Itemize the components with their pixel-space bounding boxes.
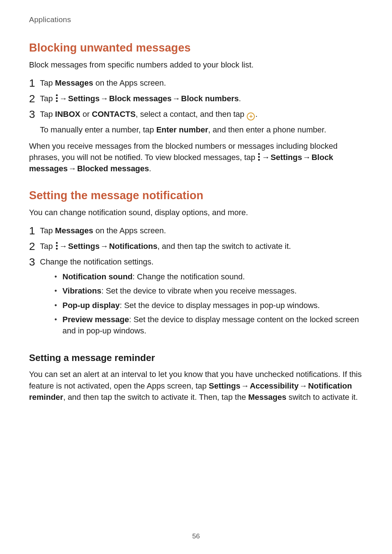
step-bold: Block messages: [109, 94, 171, 103]
bullet-label: Preview message: [62, 315, 129, 324]
arrow: →: [299, 380, 308, 391]
arrow: →: [99, 93, 109, 104]
section3-para: You can set an alert at an interval to l…: [29, 369, 363, 403]
para-bold: Accessibility: [250, 381, 299, 390]
section1-step1: 1 Tap Messages on the Apps screen.: [29, 77, 363, 89]
bullet-label: Vibrations: [62, 286, 101, 295]
arrow: →: [172, 93, 181, 104]
bullet-label: Notification sound: [62, 272, 132, 281]
step-bold: CONTACTS: [92, 110, 136, 119]
bullet-text: : Change the notification sound.: [132, 272, 245, 281]
list-item: Notification sound: Change the notificat…: [54, 271, 363, 282]
section1-followup: When you receive messages from the block…: [29, 140, 363, 175]
step-text: Tap: [40, 78, 55, 87]
arrow: →: [99, 241, 109, 252]
substep-text: To manually enter a number, tap: [40, 125, 156, 134]
section2-step2: 2 Tap → Settings → Notifications, and th…: [29, 241, 363, 252]
arrow: →: [59, 93, 68, 104]
section1-step2: 2 Tap → Settings → Block messages → Bloc…: [29, 93, 363, 104]
bullet-label: Pop-up display: [62, 301, 120, 310]
notification-settings-list: Notification sound: Change the notificat…: [40, 271, 363, 336]
step-text: Change the notification settings.: [40, 257, 154, 266]
subhead-reminder: Setting a message reminder: [29, 352, 363, 364]
substep-text: , and then enter a phone number.: [208, 125, 326, 134]
para-bold: Settings: [270, 153, 302, 162]
step-number: 2: [29, 241, 40, 252]
para-text: , and then tap the switch to activate it…: [63, 393, 248, 402]
para-text: switch to activate it.: [286, 393, 358, 402]
section2-step1: 1 Tap Messages on the Apps screen.: [29, 225, 363, 236]
para-bold: Settings: [209, 381, 240, 390]
step-number: 1: [29, 78, 40, 89]
step-text: Tap: [40, 110, 55, 119]
arrow: →: [68, 163, 77, 174]
step-text: or: [80, 110, 92, 119]
step-number: 1: [29, 225, 40, 236]
section1-step3: 3 Tap INBOX or CONTACTS, select a contac…: [29, 108, 363, 135]
step-text: Tap: [40, 242, 55, 251]
step-bold: Block numbers: [181, 94, 239, 103]
substep-bold: Enter number: [156, 125, 208, 134]
arrow: →: [240, 380, 250, 391]
step-number: 3: [29, 109, 40, 120]
list-item: Preview message: Set the device to displ…: [54, 314, 363, 336]
step-text: , select a contact, and then tap: [136, 110, 247, 119]
step-text: , and then tap the switch to activate it…: [158, 242, 291, 251]
step-bold: Messages: [55, 78, 93, 87]
section2-lead: You can change notification sound, displ…: [29, 207, 363, 218]
section-title-notification: Setting the message notification: [29, 189, 363, 202]
step-bold: INBOX: [55, 110, 81, 119]
step-bold: Notifications: [109, 242, 157, 251]
plus-circle-icon: +: [247, 112, 255, 120]
step-bold: Settings: [68, 242, 100, 251]
step-bold: Messages: [55, 226, 93, 235]
step-text: Tap: [40, 226, 55, 235]
para-bold: Blocked messages: [77, 164, 149, 173]
arrow: →: [261, 152, 270, 163]
arrow: →: [302, 152, 311, 163]
step-text: on the Apps screen.: [93, 226, 166, 235]
section-title-blocking: Blocking unwanted messages: [29, 41, 363, 54]
arrow: →: [59, 241, 68, 252]
list-item: Pop-up display: Set the device to displa…: [54, 300, 363, 311]
more-options-icon: [56, 242, 58, 250]
page-header: Applications: [29, 15, 363, 24]
step-number: 2: [29, 93, 40, 104]
step-bold: Settings: [68, 94, 100, 103]
step-text: on the Apps screen.: [93, 78, 166, 87]
para-text: .: [149, 164, 151, 173]
step-number: 3: [29, 257, 40, 267]
step-text: .: [239, 94, 241, 103]
step-text: Tap: [40, 94, 55, 103]
bullet-text: : Set the device to vibrate when you rec…: [101, 286, 297, 295]
more-options-icon: [258, 153, 260, 161]
section1-lead: Block messages from specific numbers add…: [29, 59, 363, 71]
bullet-text: : Set the device to display messages in …: [120, 301, 320, 310]
more-options-icon: [56, 94, 58, 102]
para-bold: Messages: [248, 393, 286, 402]
section2-step3: 3 Change the notification settings. Noti…: [29, 256, 363, 339]
step-text: .: [255, 110, 257, 119]
list-item: Vibrations: Set the device to vibrate wh…: [54, 285, 363, 296]
page-number: 56: [0, 532, 392, 540]
